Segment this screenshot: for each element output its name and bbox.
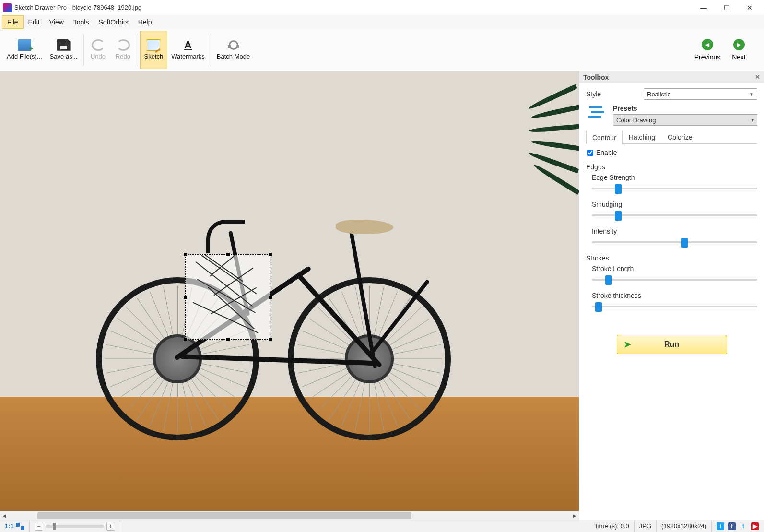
stroke-length-label: Stroke Length bbox=[592, 265, 757, 272]
arrow-right-icon: ► bbox=[733, 39, 745, 50]
smudging-label: Smudging bbox=[592, 201, 757, 208]
menu-tools[interactable]: Tools bbox=[69, 15, 94, 29]
sketch-button[interactable]: Sketch bbox=[140, 31, 168, 69]
run-button[interactable]: ➤ Run bbox=[617, 335, 727, 354]
menu-edit[interactable]: Edit bbox=[24, 15, 45, 29]
twitter-icon[interactable]: t bbox=[740, 522, 747, 530]
menu-file[interactable]: File bbox=[2, 15, 24, 29]
toolbox-header: Toolbox ✕ bbox=[579, 71, 764, 83]
close-button[interactable]: ✕ bbox=[738, 0, 761, 15]
bike-saddle bbox=[336, 220, 393, 234]
facebook-icon[interactable]: f bbox=[728, 522, 736, 530]
previous-button[interactable]: ◄Previous bbox=[689, 37, 726, 63]
titlebar: Sketch Drawer Pro - bicycle-789648_1920.… bbox=[0, 0, 764, 15]
menu-softorbits[interactable]: SoftOrbits bbox=[94, 15, 133, 29]
zoom-in-button[interactable]: + bbox=[106, 522, 115, 531]
stroke-thickness-slider[interactable] bbox=[592, 301, 757, 312]
smudging-slider[interactable] bbox=[592, 210, 757, 221]
chevron-down-icon: ▾ bbox=[752, 118, 754, 123]
save-as-button[interactable]: Save as... bbox=[46, 31, 82, 69]
add-files-button[interactable]: Add File(s)... bbox=[3, 31, 46, 69]
minimize-button[interactable]: — bbox=[692, 0, 715, 15]
batch-mode-button[interactable]: Batch Mode bbox=[213, 31, 254, 69]
enable-checkbox[interactable] bbox=[587, 150, 593, 156]
plant-decor bbox=[488, 81, 579, 205]
youtube-icon[interactable]: ▶ bbox=[751, 522, 759, 530]
next-button[interactable]: ►Next bbox=[726, 37, 752, 63]
info-icon[interactable]: i bbox=[717, 522, 724, 530]
toolbox-tabs: Contour Hatching Colorize bbox=[586, 130, 757, 144]
menu-help[interactable]: Help bbox=[133, 15, 157, 29]
undo-button[interactable]: Undo bbox=[86, 31, 111, 69]
stroke-thickness-label: Stroke thickness bbox=[592, 292, 757, 299]
tab-contour[interactable]: Contour bbox=[586, 131, 623, 144]
edge-strength-label: Edge Strength bbox=[592, 174, 757, 181]
scroll-left-icon[interactable]: ◄ bbox=[0, 511, 9, 520]
intensity-slider[interactable] bbox=[592, 237, 757, 248]
status-format: JPG bbox=[635, 520, 657, 532]
style-label: Style bbox=[586, 90, 644, 98]
statusbar: 1:1 − + Time (s): 0.0 JPG (1920x1280x24)… bbox=[0, 520, 764, 532]
presets-label: Presets bbox=[613, 105, 757, 112]
edge-strength-slider[interactable] bbox=[592, 183, 757, 194]
edges-section-label: Edges bbox=[586, 163, 757, 171]
status-time: Time (s): 0.0 bbox=[589, 520, 634, 532]
chevron-down-icon: ▼ bbox=[749, 92, 754, 97]
toolbox-close-icon[interactable]: ✕ bbox=[755, 73, 760, 81]
app-icon bbox=[3, 3, 12, 12]
scroll-right-icon[interactable]: ► bbox=[570, 511, 579, 520]
strokes-section-label: Strokes bbox=[586, 254, 757, 262]
status-dimensions: (1920x1280x24) bbox=[657, 520, 712, 532]
zoom-slider[interactable] bbox=[46, 525, 104, 528]
presets-select[interactable]: Color Drawing▾ bbox=[613, 114, 757, 126]
horizontal-scrollbar[interactable]: ◄ ► bbox=[0, 511, 579, 520]
enable-label: Enable bbox=[596, 149, 617, 156]
stroke-length-slider[interactable] bbox=[592, 274, 757, 285]
photo-background bbox=[0, 71, 579, 511]
style-select[interactable]: Realistic▼ bbox=[644, 88, 757, 100]
presets-icon bbox=[586, 105, 608, 121]
maximize-button[interactable]: ☐ bbox=[715, 0, 738, 15]
redo-button[interactable]: Redo bbox=[111, 31, 136, 69]
zoom-out-button[interactable]: − bbox=[35, 522, 43, 531]
bike-handle bbox=[206, 220, 245, 253]
tab-hatching[interactable]: Hatching bbox=[623, 130, 661, 143]
intensity-label: Intensity bbox=[592, 227, 757, 235]
toolbar: Add File(s)... Save as... Undo Redo Sket… bbox=[0, 29, 764, 71]
tab-colorize[interactable]: Colorize bbox=[661, 130, 698, 143]
menu-view[interactable]: View bbox=[45, 15, 69, 29]
toolbox-panel: Toolbox ✕ Style Realistic▼ Presets Color… bbox=[579, 71, 764, 520]
sketch-preview bbox=[186, 255, 270, 339]
fit-screen-icon[interactable] bbox=[16, 523, 24, 530]
selection-box[interactable] bbox=[185, 254, 270, 340]
zoom-ratio[interactable]: 1:1 bbox=[5, 522, 14, 530]
canvas-area: ◄ ► bbox=[0, 71, 579, 520]
menubar: File Edit View Tools SoftOrbits Help bbox=[0, 15, 764, 29]
scrollbar-thumb[interactable] bbox=[37, 512, 411, 519]
watermarks-button[interactable]: AWatermarks bbox=[167, 31, 209, 69]
arrow-left-icon: ◄ bbox=[702, 39, 713, 50]
canvas-view[interactable] bbox=[0, 71, 579, 511]
play-icon: ➤ bbox=[624, 339, 631, 350]
window-title: Sketch Drawer Pro - bicycle-789648_1920.… bbox=[14, 4, 141, 11]
